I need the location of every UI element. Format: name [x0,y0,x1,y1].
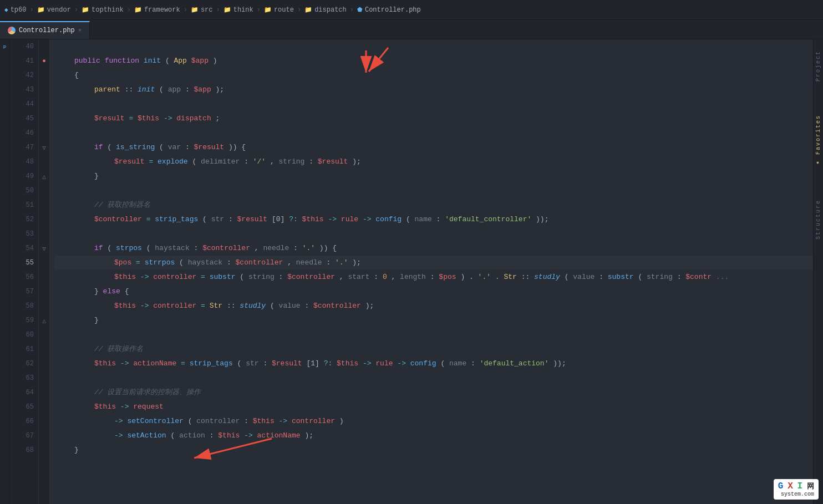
code-line-57: } else { [54,284,823,299]
code-line-52: $controller = strip_tags ( str : $result… [54,212,823,227]
breadcrumb-framework[interactable]: 📁 framework [134,6,180,14]
code-line-61: // 获取操作名 [54,342,823,357]
project-icon: ◆ [4,6,8,13]
code-line-65: $this -> request [54,400,823,414]
watermark-sub: system.com [778,491,814,497]
breadcrumb-vendor[interactable]: 📁 vendor [37,6,71,14]
fold-icon-49: △ [42,173,46,180]
breadcrumb-route[interactable]: 📁 route [264,6,294,14]
sidebar-label-structure: Structure [815,200,821,240]
code-line-45: $result = $this -> dispatch ; [54,111,823,126]
code-line-51: // 获取控制器名 [54,198,823,212]
watermark: G X I 网 system.com [774,479,819,500]
code-line-46 [54,126,823,140]
code-line-53 [54,227,823,241]
code-line-56: $this -> controller = substr ( string : … [54,270,823,284]
code-line-42: { [54,68,823,83]
editor-body: P 40 41 42 43 44 45 46 47 48 49 50 51 52… [0,39,823,504]
php-file-icon: ⬟ [357,6,363,13]
right-sidebar: Project ★ Favorites Structure [813,39,823,504]
line-numbers: 40 41 42 43 44 45 46 47 48 49 50 51 52 5… [10,39,39,504]
folder-icon-route: 📁 [264,6,272,13]
code-line-40 [54,39,823,54]
watermark-text: G X I 网 [778,482,814,491]
code-line-48: $result = explode ( delimiter : '/' , st… [54,155,823,169]
fold-icon-59: △ [42,317,46,324]
left-sidebar: P [0,39,10,504]
code-content[interactable]: public function init ( App $app ) { [50,39,823,504]
gutter-icons: ● ▽ △ ▽ △ [39,39,50,504]
code-line-66: -> setController ( controller : $this ->… [54,414,823,429]
code-line-49: } [54,169,823,184]
folder-icon-dispatch: 📁 [304,6,312,13]
code-line-58: $this -> controller = Str :: studly ( va… [54,299,823,313]
breadcrumb-topthink[interactable]: 📁 topthink [82,6,124,14]
code-line-67: -> setAction ( action : $this -> actionN… [54,429,823,443]
folder-icon-src: 📁 [191,6,199,13]
fold-icon-47: ▽ [42,144,46,151]
sidebar-icon-project: P [1,44,9,52]
app-container: ◆ tp60 › 📁 vendor › 📁 topthink › 📁 frame… [0,0,823,504]
tab-filename: Controller.php [19,27,75,34]
breadcrumb-src[interactable]: 📁 src [191,6,213,14]
breadcrumb-bar: ◆ tp60 › 📁 vendor › 📁 topthink › 📁 frame… [0,0,823,20]
code-line-43: parent :: init ( app : $app ); [54,83,823,97]
code-line-68: } [54,443,823,457]
breadcrumb-tp60[interactable]: ◆ tp60 [4,6,26,14]
breadcrumb-controller-php[interactable]: ⬟ Controller.php [357,6,421,14]
code-line-41: public function init ( App $app ) [54,54,823,68]
fold-icon-54: ▽ [42,245,46,252]
php-tab-icon [8,27,16,34]
sidebar-label-favorites: ★ Favorites [815,115,821,166]
code-line-62: $this -> actionName = strip_tags ( str :… [54,357,823,371]
folder-icon-think: 📁 [223,6,231,13]
code-line-50 [54,184,823,198]
breakpoint-icon: ● [42,58,46,64]
breadcrumb-dispatch[interactable]: 📁 dispatch [304,6,347,14]
code-line-60 [54,328,823,342]
tab-close-button[interactable]: × [78,27,82,34]
tab-bar: Controller.php × [0,20,823,39]
code-line-54: if ( strpos ( haystack : $controller , n… [54,241,823,256]
code-line-47: if ( is_string ( var : $result )) { [54,140,823,155]
folder-icon-vendor: 📁 [37,6,45,13]
breadcrumb-think[interactable]: 📁 think [223,6,253,14]
code-line-44 [54,97,823,111]
folder-icon-framework: 📁 [134,6,142,13]
code-line-59: } [54,313,823,328]
code-line-55: $pos = strrpos ( haystack : $controller … [54,256,823,270]
sidebar-label-project: Project [815,50,821,82]
editor-tab-controller[interactable]: Controller.php × [0,21,90,39]
code-area: 40 41 42 43 44 45 46 47 48 49 50 51 52 5… [10,39,823,504]
folder-icon-topthink: 📁 [82,6,89,13]
code-line-64: // 设置当前请求的控制器、操作 [54,385,823,400]
code-line-63 [54,371,823,385]
